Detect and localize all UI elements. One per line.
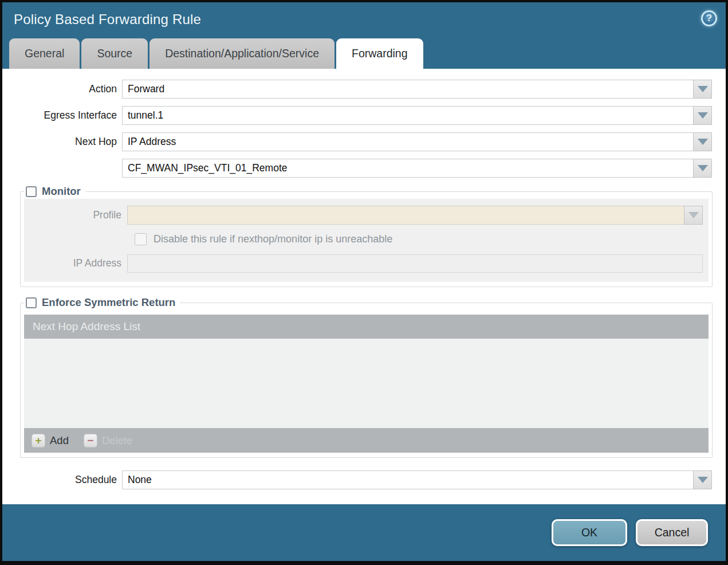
table-toolbar: + Add − Delete xyxy=(24,428,709,453)
profile-label: Profile xyxy=(24,209,127,221)
table-body-empty[interactable] xyxy=(24,339,709,428)
next-hop-type-dropdown-button[interactable] xyxy=(693,132,712,151)
monitor-ip-address-label: IP Address xyxy=(24,257,127,269)
question-mark-glyph: ? xyxy=(706,13,712,24)
dialog-footer: OK Cancel xyxy=(2,504,726,561)
dialog-title: Policy Based Forwarding Rule xyxy=(14,11,201,28)
enforce-symmetric-return-checkbox[interactable] xyxy=(26,297,37,308)
dialog-titlebar: Policy Based Forwarding Rule ? xyxy=(2,2,726,37)
monitor-label: Monitor xyxy=(42,185,81,198)
next-hop-type-dropdown: IP Address xyxy=(122,132,712,151)
next-hop-row: Next Hop IP Address xyxy=(2,132,712,151)
tab-label: Destination/Application/Service xyxy=(165,47,319,60)
enforce-symmetric-return-legend: Enforce Symmetric Return xyxy=(24,296,180,309)
tab-label: Source xyxy=(97,47,132,60)
cancel-button[interactable]: Cancel xyxy=(636,519,708,546)
plus-glyph: + xyxy=(35,435,41,446)
egress-interface-value[interactable]: tunnel.1 xyxy=(122,106,694,125)
next-hop-address-value[interactable]: CF_MWAN_IPsec_VTI_01_Remote xyxy=(122,159,694,178)
delete-button-label: Delete xyxy=(102,434,132,447)
action-dropdown: Forward xyxy=(122,80,712,99)
dropdown-arrow-icon xyxy=(698,139,708,145)
tab-label: Forwarding xyxy=(352,47,408,60)
disable-rule-row: Disable this rule if nexthop/monitor ip … xyxy=(24,233,703,245)
egress-interface-dropdown-button[interactable] xyxy=(693,106,712,125)
tab-panel-forwarding: Action Forward Egress Interface tunnel.1… xyxy=(2,69,726,504)
next-hop-address-dropdown-button[interactable] xyxy=(693,159,712,178)
help-icon[interactable]: ? xyxy=(701,10,717,26)
next-hop-type-value[interactable]: IP Address xyxy=(122,132,694,151)
add-button[interactable]: + Add xyxy=(32,434,69,448)
monitor-checkbox[interactable] xyxy=(26,186,37,197)
cancel-button-label: Cancel xyxy=(655,526,690,539)
dropdown-arrow-icon xyxy=(688,212,699,218)
tab-label: General xyxy=(25,47,64,60)
enforce-symmetric-return-label: Enforce Symmetric Return xyxy=(42,296,175,309)
action-row: Action Forward xyxy=(2,80,712,99)
action-value[interactable]: Forward xyxy=(122,80,694,99)
delete-button: − Delete xyxy=(84,434,132,448)
schedule-dropdown: None xyxy=(122,470,712,489)
enforce-symmetric-return-fieldset: Enforce Symmetric Return Next Hop Addres… xyxy=(20,296,713,458)
schedule-row: Schedule None xyxy=(2,470,712,489)
ok-button-label: OK xyxy=(581,526,597,539)
next-hop-address-row: CF_MWAN_IPsec_VTI_01_Remote xyxy=(2,159,712,178)
tab-forwarding[interactable]: Forwarding xyxy=(336,38,423,69)
disable-rule-checkbox xyxy=(135,233,147,245)
next-hop-address-table: Next Hop Address List + Add − Delete xyxy=(24,315,709,453)
monitor-ip-address-row: IP Address xyxy=(24,254,703,273)
profile-row: Profile xyxy=(24,206,703,225)
ok-button[interactable]: OK xyxy=(552,519,627,546)
dropdown-arrow-icon xyxy=(698,165,708,171)
profile-dropdown-button xyxy=(684,206,703,225)
delete-minus-icon: − xyxy=(84,434,97,448)
next-hop-address-dropdown: CF_MWAN_IPsec_VTI_01_Remote xyxy=(122,159,712,178)
pbf-rule-dialog: Policy Based Forwarding Rule ? General S… xyxy=(0,0,728,565)
egress-interface-dropdown: tunnel.1 xyxy=(122,106,712,125)
schedule-value[interactable]: None xyxy=(122,470,694,489)
dropdown-arrow-icon xyxy=(698,477,708,483)
tab-destination-application-service[interactable]: Destination/Application/Service xyxy=(149,38,335,69)
table-header-row: Next Hop Address List xyxy=(24,315,709,339)
profile-value xyxy=(127,206,684,225)
minus-glyph: − xyxy=(87,435,93,446)
monitor-legend: Monitor xyxy=(24,185,85,198)
dropdown-arrow-icon xyxy=(698,112,708,119)
next-hop-address-list-header: Next Hop Address List xyxy=(33,320,140,333)
add-plus-icon: + xyxy=(32,434,45,448)
action-dropdown-button[interactable] xyxy=(693,80,712,99)
next-hop-label: Next Hop xyxy=(2,136,122,148)
egress-interface-label: Egress Interface xyxy=(2,109,122,121)
monitor-panel: Profile Disable this rule if nexthop/mon… xyxy=(24,199,709,282)
schedule-label: Schedule xyxy=(2,474,122,486)
add-button-label: Add xyxy=(50,434,69,447)
action-label: Action xyxy=(2,83,122,95)
profile-dropdown xyxy=(127,206,703,225)
tab-source[interactable]: Source xyxy=(81,38,148,69)
dropdown-arrow-icon xyxy=(698,86,708,92)
tab-general[interactable]: General xyxy=(9,38,80,69)
disable-rule-label: Disable this rule if nexthop/monitor ip … xyxy=(154,233,392,245)
schedule-dropdown-button[interactable] xyxy=(693,470,712,489)
egress-interface-row: Egress Interface tunnel.1 xyxy=(2,106,712,125)
monitor-ip-address-input xyxy=(127,254,703,273)
tab-bar: General Source Destination/Application/S… xyxy=(2,37,726,69)
monitor-fieldset: Monitor Profile Disable this rule if nex… xyxy=(20,185,713,287)
